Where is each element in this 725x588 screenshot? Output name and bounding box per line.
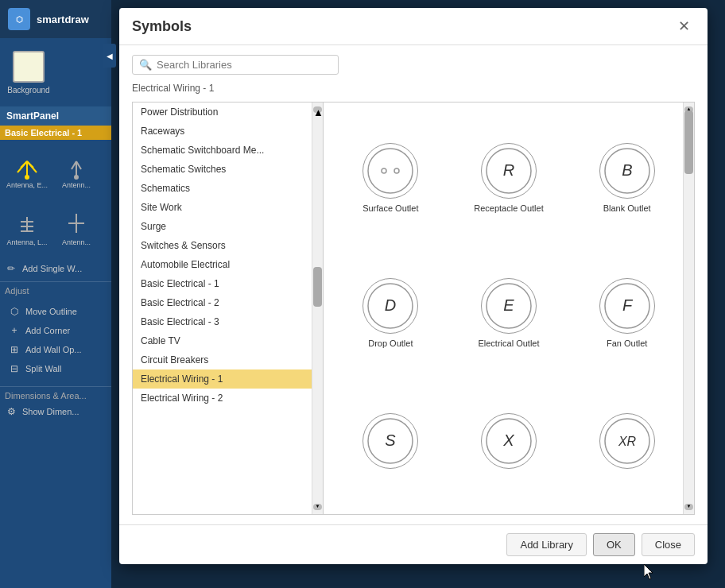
svg-text:B: B xyxy=(622,161,632,179)
modal-content: Power Distribution Raceways Schematic Sw… xyxy=(132,102,695,515)
receptacle-outlet-label: Receptacle Outlet xyxy=(474,203,543,213)
svg-text:S: S xyxy=(386,431,397,449)
lib-item-basic-electrical-1[interactable]: Basic Electrical - 1 xyxy=(133,274,323,293)
library-scrollbar[interactable]: ▲ ▼ xyxy=(312,103,323,514)
symbol-x[interactable]: X xyxy=(450,381,568,506)
lib-item-schematic-switches[interactable]: Schematic Switches xyxy=(133,160,323,179)
library-scrollbar-thumb[interactable] xyxy=(313,267,322,307)
lib-item-surge[interactable]: Surge xyxy=(133,217,323,236)
antenna-4-label: Antenn... xyxy=(62,239,91,247)
show-dimensions-button[interactable]: ⚙ Show Dimen... xyxy=(0,402,111,421)
antenna-l-icon xyxy=(13,209,41,238)
symbol-s[interactable]: S xyxy=(331,381,450,506)
svg-point-9 xyxy=(75,176,78,179)
sidebar-symbol-antenna-2[interactable]: Antenn... xyxy=(52,143,100,199)
background-button[interactable]: Background xyxy=(5,44,52,100)
modal-header: Symbols ✕ xyxy=(119,8,708,45)
add-corner-button[interactable]: + Add Corner xyxy=(3,321,108,340)
library-scroll-down[interactable]: ▼ xyxy=(313,504,322,510)
sidebar-symbol-antenna-4[interactable]: Antenn... xyxy=(52,200,100,256)
surface-outlet-icon xyxy=(362,143,418,199)
svg-line-4 xyxy=(27,161,37,172)
app-logo: ⬡ xyxy=(8,8,30,30)
symbols-scrollbar-thumb[interactable] xyxy=(684,110,693,174)
antenna-2-label: Antenn... xyxy=(62,182,91,190)
smartpanel-title: SmartPanel xyxy=(0,106,111,126)
symbol-drop-outlet[interactable]: D Drop Outlet xyxy=(331,246,450,381)
ok-button[interactable]: OK xyxy=(593,533,635,556)
app-header: ⬡ smartdraw xyxy=(0,0,111,38)
symbol-surface-outlet[interactable]: Surface Outlet xyxy=(331,110,450,246)
lib-item-power-distribution[interactable]: Power Distribution xyxy=(133,103,323,122)
lib-item-basic-electrical-2[interactable]: Basic Electrical - 2 xyxy=(133,293,323,312)
search-input[interactable] xyxy=(157,59,316,71)
background-label: Background xyxy=(7,86,49,95)
dimensions-section: Dimensions & Area... xyxy=(0,386,111,402)
modal-title: Symbols xyxy=(132,18,192,35)
add-library-button[interactable]: Add Library xyxy=(506,533,586,556)
lib-item-raceways[interactable]: Raceways xyxy=(133,122,323,141)
lib-item-cable-tv[interactable]: Cable TV xyxy=(133,331,323,350)
lib-item-electrical-wiring-2[interactable]: Electrical Wiring - 2 xyxy=(133,389,323,408)
fan-outlet-icon: F xyxy=(599,278,655,334)
library-list-inner: Power Distribution Raceways Schematic Sw… xyxy=(133,103,323,408)
svg-text:D: D xyxy=(385,296,396,314)
symbol-blank-outlet[interactable]: B Blank Outlet xyxy=(568,110,686,246)
electrical-outlet-icon: E xyxy=(481,278,537,334)
add-single-wall-label: Add Single W... xyxy=(22,264,82,273)
svg-text:E: E xyxy=(503,296,514,314)
symbol-electrical-outlet[interactable]: E Electrical Outlet xyxy=(450,246,568,381)
antenna-l-label: Antenna, L... xyxy=(6,239,47,247)
svg-text:R: R xyxy=(503,161,514,179)
modal-footer: Add Library OK Close xyxy=(119,524,708,564)
library-list: Power Distribution Raceways Schematic Sw… xyxy=(133,103,324,514)
drop-outlet-label: Drop Outlet xyxy=(368,338,413,348)
move-outline-label: Move Outline xyxy=(25,307,77,316)
symbol-receptacle-outlet[interactable]: R Receptacle Outlet xyxy=(450,110,568,246)
add-wall-op-button[interactable]: ⊞ Add Wall Op... xyxy=(3,340,108,359)
sidebar-symbol-antenna-l[interactable]: Antenna, L... xyxy=(3,200,51,256)
library-label: Basic Electrical - 1 xyxy=(0,126,111,140)
library-scroll-up[interactable]: ▲ xyxy=(313,106,322,113)
move-outline-icon: ⬡ xyxy=(8,305,21,318)
symbols-modal: Symbols ✕ 🔍 Electrical Wiring - 1 Power … xyxy=(119,8,708,564)
lib-item-switches-sensors[interactable]: Switches & Sensors xyxy=(133,236,323,255)
adjust-menu: ⬡ Move Outline + Add Corner ⊞ Add Wall O… xyxy=(0,297,111,383)
symbols-scrollbar[interactable]: ▲ ▼ xyxy=(683,103,694,514)
search-icon: 🔍 xyxy=(139,59,152,71)
symbols-scroll-down[interactable]: ▼ xyxy=(684,504,693,510)
modal-close-button[interactable]: ✕ xyxy=(673,17,695,35)
left-sidebar: ⬡ smartdraw Background SmartPanel Basic … xyxy=(0,0,111,588)
sidebar-symbol-antenna-e[interactable]: Antenna, E... xyxy=(3,143,51,199)
xr-outlet-icon: XR xyxy=(599,413,655,469)
antenna-e-label: Antenna, E... xyxy=(6,182,48,190)
modal-overlay: Symbols ✕ 🔍 Electrical Wiring - 1 Power … xyxy=(111,0,725,588)
show-dimensions-icon: ⚙ xyxy=(5,405,17,418)
lib-item-electrical-wiring-1[interactable]: Electrical Wiring - 1 xyxy=(133,369,323,389)
sidebar-collapse-button[interactable]: ◀ xyxy=(103,44,116,68)
sidebar-symbol-grid: Antenna, E... Antenn... xyxy=(0,140,111,259)
antenna-4-icon xyxy=(62,209,91,238)
lib-item-basic-electrical-3[interactable]: Basic Electrical - 3 xyxy=(133,312,323,331)
lib-item-circuit-breakers[interactable]: Circuit Breakers xyxy=(133,350,323,369)
symbol-fan-outlet[interactable]: F Fan Outlet xyxy=(568,246,686,381)
antenna-2-icon xyxy=(62,152,91,180)
background-section: Background xyxy=(0,38,111,106)
fan-outlet-label: Fan Outlet xyxy=(607,338,647,348)
svg-text:X: X xyxy=(502,431,514,449)
lib-item-schematics[interactable]: Schematics xyxy=(133,179,323,198)
close-button[interactable]: Close xyxy=(642,533,695,556)
lib-item-schematic-switchboard[interactable]: Schematic Switchboard Me... xyxy=(133,141,323,160)
show-dimensions-label: Show Dimen... xyxy=(22,407,79,416)
split-wall-icon: ⊟ xyxy=(8,362,21,375)
adjust-section: Adjust xyxy=(0,281,111,297)
add-single-wall-button[interactable]: ✏ Add Single W... xyxy=(0,259,111,278)
move-outline-button[interactable]: ⬡ Move Outline xyxy=(3,302,108,321)
split-wall-button[interactable]: ⊟ Split Wall xyxy=(3,359,108,378)
lib-item-automobile[interactable]: Automobile Electrical xyxy=(133,255,323,274)
search-container: 🔍 xyxy=(132,55,339,75)
symbol-xr[interactable]: XR xyxy=(568,381,686,506)
lib-item-site-work[interactable]: Site Work xyxy=(133,198,323,217)
drop-outlet-icon: D xyxy=(362,278,418,334)
receptacle-outlet-icon: R xyxy=(481,143,537,199)
